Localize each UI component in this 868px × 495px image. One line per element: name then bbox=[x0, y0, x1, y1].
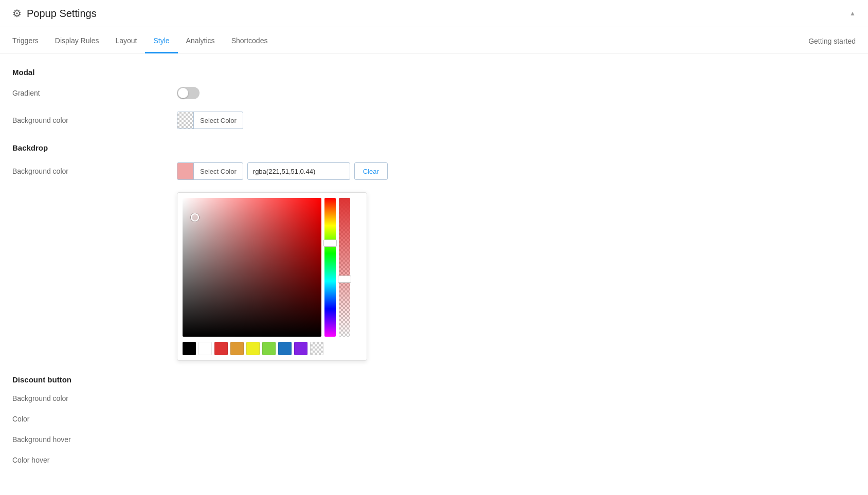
tab-style[interactable]: Style bbox=[145, 27, 177, 53]
tab-layout[interactable]: Layout bbox=[107, 27, 145, 53]
tab-shortcodes[interactable]: Shortcodes bbox=[223, 27, 276, 53]
backdrop-bg-color-label: Background color bbox=[12, 167, 177, 175]
backdrop-bg-color-control: Select Color rgba(221,51,51,0.44) Clear bbox=[177, 162, 388, 180]
discount-bg-color-row: Background color bbox=[12, 394, 450, 402]
gradient-toggle[interactable] bbox=[177, 87, 200, 99]
backdrop-bg-color-button[interactable]: Select Color bbox=[177, 162, 243, 180]
discount-bg-color-label: Background color bbox=[12, 394, 177, 402]
gradient-control bbox=[177, 87, 200, 99]
tab-display-rules[interactable]: Display Rules bbox=[47, 27, 107, 53]
discount-color-row: Color bbox=[12, 415, 450, 423]
preset-orange[interactable] bbox=[230, 342, 244, 355]
header: ⚙ Popup Settings ▲ bbox=[0, 0, 868, 27]
sv-cursor bbox=[191, 213, 199, 222]
alpha-thumb bbox=[338, 276, 351, 283]
tab-triggers[interactable]: Triggers bbox=[12, 27, 47, 53]
preset-black[interactable] bbox=[183, 342, 196, 355]
gradient-row: Gradient bbox=[12, 87, 450, 99]
preset-red[interactable] bbox=[214, 342, 228, 355]
preset-green[interactable] bbox=[262, 342, 276, 355]
preset-purple[interactable] bbox=[294, 342, 308, 355]
discount-bg-hover-row: Background hover bbox=[12, 435, 450, 444]
modal-bg-color-btn-label: Select Color bbox=[194, 117, 243, 124]
preset-blue[interactable] bbox=[278, 342, 292, 355]
modal-bg-color-control: Select Color bbox=[177, 112, 243, 129]
tab-bar: Triggers Display Rules Layout Style Anal… bbox=[0, 27, 868, 53]
picker-body bbox=[183, 198, 361, 337]
collapse-icon[interactable]: ▲ bbox=[849, 10, 856, 17]
modal-section-title: Modal bbox=[12, 68, 450, 77]
gradient-label: Gradient bbox=[12, 89, 177, 97]
preset-colors bbox=[183, 342, 361, 355]
discount-section: Discount button Background color Color B… bbox=[12, 375, 450, 464]
gear-icon: ⚙ bbox=[12, 7, 22, 20]
modal-bg-color-label: Background color bbox=[12, 116, 177, 124]
page-title: Popup Settings bbox=[27, 8, 97, 20]
alpha-slider[interactable] bbox=[339, 198, 350, 337]
backdrop-bg-color-btn-label: Select Color bbox=[194, 168, 243, 175]
backdrop-bg-color-row: Background color Select Color rgba(221,5… bbox=[12, 162, 450, 180]
backdrop-bg-color-swatch bbox=[177, 162, 194, 180]
discount-color-hover-row: Color hover bbox=[12, 456, 450, 464]
backdrop-section-title: Backdrop bbox=[12, 143, 450, 152]
modal-bg-color-row: Background color Select Color bbox=[12, 112, 450, 129]
modal-bg-color-swatch bbox=[177, 112, 194, 129]
sv-gradient-box[interactable] bbox=[183, 198, 321, 337]
modal-section: Modal Gradient Background color Select C… bbox=[12, 68, 450, 129]
preset-yellow[interactable] bbox=[246, 342, 260, 355]
backdrop-section: Backdrop Background color Select Color r… bbox=[12, 143, 450, 361]
backdrop-color-value-input[interactable]: rgba(221,51,51,0.44) bbox=[247, 162, 350, 180]
discount-section-title: Discount button bbox=[12, 375, 450, 384]
hue-thumb bbox=[323, 240, 337, 247]
color-picker-popup-wrapper bbox=[177, 192, 450, 361]
getting-started-link[interactable]: Getting started bbox=[808, 28, 856, 52]
hue-slider[interactable] bbox=[324, 198, 336, 337]
main-content: Modal Gradient Background color Select C… bbox=[0, 53, 463, 493]
modal-bg-color-button[interactable]: Select Color bbox=[177, 112, 243, 129]
tab-analytics[interactable]: Analytics bbox=[178, 27, 223, 53]
discount-color-hover-label: Color hover bbox=[12, 456, 177, 464]
color-picker-popup bbox=[177, 192, 367, 361]
discount-color-label: Color bbox=[12, 415, 177, 423]
backdrop-clear-button[interactable]: Clear bbox=[354, 162, 388, 180]
discount-bg-hover-label: Background hover bbox=[12, 435, 177, 444]
preset-transparent[interactable] bbox=[310, 342, 323, 355]
preset-white[interactable] bbox=[198, 342, 212, 355]
